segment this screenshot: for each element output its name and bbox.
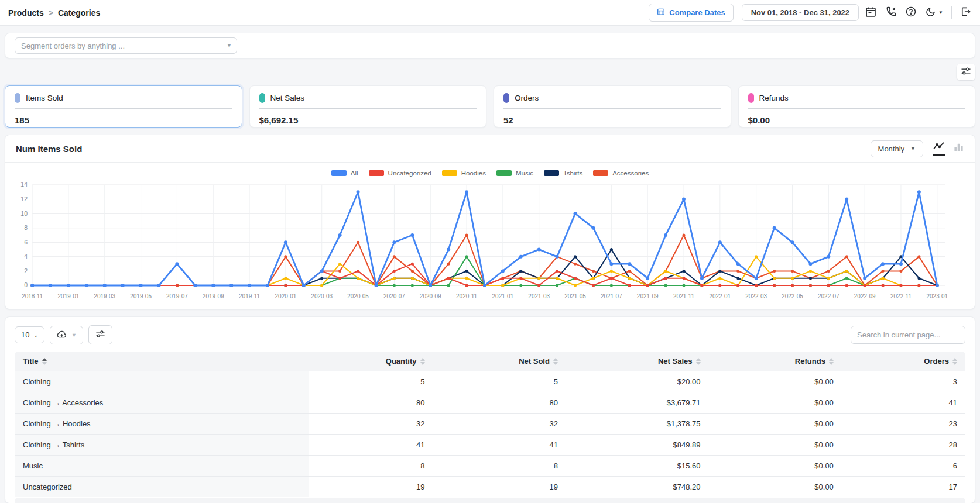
categories-table-card: 10 ⌄ ▼ bbox=[5, 316, 975, 503]
legend-item-uncategorized[interactable]: Uncategorized bbox=[369, 170, 431, 177]
column-label: Title bbox=[23, 357, 39, 366]
breadcrumb-categories: Categories bbox=[58, 8, 100, 18]
table-row[interactable]: Clothing → Hoodies3232$1,378.75$0.0023 bbox=[15, 414, 965, 435]
cloud-download-icon bbox=[56, 330, 67, 340]
svg-text:4: 4 bbox=[24, 253, 28, 260]
value-cell: 5 bbox=[433, 371, 566, 392]
legend-item-music[interactable]: Music bbox=[496, 170, 533, 177]
column-label: Quantity bbox=[386, 357, 417, 366]
kpi-card-items-sold[interactable]: Items Sold 185 bbox=[5, 85, 242, 128]
svg-text:2022-05: 2022-05 bbox=[782, 293, 803, 299]
svg-text:12: 12 bbox=[20, 195, 28, 202]
sliders-icon bbox=[95, 329, 106, 340]
column-header-title[interactable]: Title bbox=[15, 352, 309, 371]
date-picker-button[interactable] bbox=[865, 6, 877, 20]
chart-title: Num Items Sold bbox=[16, 144, 82, 154]
value-cell: 17 bbox=[842, 477, 965, 498]
svg-text:2021-03: 2021-03 bbox=[528, 293, 550, 299]
svg-text:8: 8 bbox=[24, 224, 28, 231]
legend-label: Uncategorized bbox=[388, 170, 431, 177]
compare-calendar-icon bbox=[657, 8, 665, 18]
value-cell: 5 bbox=[309, 371, 433, 392]
call-support-button[interactable] bbox=[885, 6, 897, 19]
value-cell: $0.00 bbox=[709, 456, 842, 477]
value-cell: 41 bbox=[433, 435, 566, 456]
value-cell: 41 bbox=[842, 392, 965, 414]
value-cell: 32 bbox=[309, 414, 433, 435]
svg-text:2019-11: 2019-11 bbox=[239, 293, 260, 299]
table-row[interactable]: Clothing → Tshirts4141$849.89$0.0028 bbox=[15, 435, 965, 456]
legend-swatch bbox=[496, 170, 512, 176]
category-title-cell: Clothing bbox=[15, 371, 309, 392]
chevron-down-icon: ▼ bbox=[910, 146, 916, 151]
dark-mode-moon-icon bbox=[925, 6, 936, 19]
date-range-field[interactable]: Nov 01, 2018 - Dec 31, 2022 bbox=[742, 4, 859, 21]
page-size-value: 10 bbox=[21, 330, 29, 339]
kpi-label: Refunds bbox=[759, 94, 789, 102]
svg-text:2021-01: 2021-01 bbox=[492, 293, 513, 299]
svg-text:2021-09: 2021-09 bbox=[637, 293, 659, 299]
help-button[interactable] bbox=[905, 6, 917, 19]
chart-header-divider bbox=[5, 162, 975, 163]
bar-chart-toggle[interactable] bbox=[953, 142, 964, 155]
compare-dates-button[interactable]: Compare Dates bbox=[649, 4, 733, 22]
column-header-orders[interactable]: Orders bbox=[842, 352, 965, 371]
legend-swatch bbox=[593, 170, 608, 176]
column-header-net-sold[interactable]: Net Sold bbox=[433, 352, 566, 371]
value-cell: 8 bbox=[309, 456, 433, 477]
kpi-value: $6,692.15 bbox=[259, 115, 477, 125]
kpi-divider bbox=[15, 108, 232, 109]
breadcrumb-products[interactable]: Products bbox=[8, 8, 44, 18]
sort-arrows-icon bbox=[553, 358, 558, 365]
table-search-input[interactable] bbox=[851, 326, 965, 344]
value-cell: 23 bbox=[842, 414, 965, 435]
value-cell: 19 bbox=[433, 477, 566, 498]
svg-text:2022-11: 2022-11 bbox=[890, 293, 912, 299]
svg-text:2019-03: 2019-03 bbox=[94, 293, 115, 299]
legend-swatch bbox=[331, 170, 347, 176]
legend-item-accessories[interactable]: Accessories bbox=[593, 170, 649, 177]
items-sold-line-chart: 024681012142018-112019-012019-032019-052… bbox=[15, 179, 965, 303]
legend-item-tshirts[interactable]: Tshirts bbox=[544, 170, 582, 177]
value-cell: 6 bbox=[842, 456, 965, 477]
legend-item-all[interactable]: All bbox=[331, 170, 358, 177]
legend-label: Hoodies bbox=[461, 170, 486, 177]
breadcrumb-separator: > bbox=[49, 8, 53, 18]
table-row[interactable]: Clothing → Accessories8080$3,679.71$0.00… bbox=[15, 392, 965, 414]
value-cell: 28 bbox=[842, 435, 965, 456]
svg-text:2019-09: 2019-09 bbox=[203, 293, 224, 299]
segment-bar: ▼ bbox=[5, 33, 975, 58]
column-label: Net Sales bbox=[658, 357, 693, 366]
chart-legend: AllUncategorizedHoodiesMusicTshirtsAcces… bbox=[5, 170, 975, 177]
calendar-icon bbox=[865, 6, 877, 20]
column-header-quantity[interactable]: Quantity bbox=[309, 352, 433, 371]
svg-text:2020-07: 2020-07 bbox=[383, 293, 405, 299]
table-row[interactable]: Music88$15.60$0.006 bbox=[15, 456, 965, 477]
column-settings-button[interactable] bbox=[88, 325, 112, 344]
kpi-label: Net Sales bbox=[270, 94, 305, 102]
theme-toggle-button[interactable]: ▼ bbox=[925, 6, 943, 19]
svg-text:2020-03: 2020-03 bbox=[311, 293, 333, 299]
chevron-down-icon: ⌄ bbox=[33, 332, 38, 338]
kpi-card-net-sales[interactable]: Net Sales $6,692.15 bbox=[249, 85, 487, 128]
kpi-card-orders[interactable]: Orders 52 bbox=[494, 85, 731, 128]
legend-item-hoodies[interactable]: Hoodies bbox=[442, 170, 486, 177]
column-header-net-sales[interactable]: Net Sales bbox=[566, 352, 709, 371]
page-size-select[interactable]: 10 ⌄ bbox=[15, 326, 44, 343]
category-title-cell: Clothing → Tshirts bbox=[15, 435, 309, 456]
table-row[interactable]: Clothing55$20.00$0.003 bbox=[15, 371, 965, 392]
svg-text:2020-01: 2020-01 bbox=[275, 293, 297, 299]
sign-out-button[interactable] bbox=[960, 6, 972, 19]
column-header-refunds[interactable]: Refunds bbox=[709, 352, 842, 371]
segment-input[interactable] bbox=[15, 37, 237, 54]
line-chart-toggle[interactable] bbox=[933, 142, 945, 156]
column-label: Net Sold bbox=[519, 357, 550, 366]
dashboard-settings-button[interactable] bbox=[957, 64, 975, 80]
value-cell: 41 bbox=[309, 435, 433, 456]
kpi-card-refunds[interactable]: Refunds $0.00 bbox=[738, 85, 976, 128]
svg-text:2022-07: 2022-07 bbox=[818, 293, 839, 299]
table-row[interactable]: Uncategorized1919$748.20$0.0017 bbox=[15, 477, 965, 498]
kpi-divider bbox=[748, 108, 966, 109]
interval-select[interactable]: Monthly ▼ bbox=[871, 140, 923, 157]
export-button[interactable]: ▼ bbox=[50, 326, 83, 344]
